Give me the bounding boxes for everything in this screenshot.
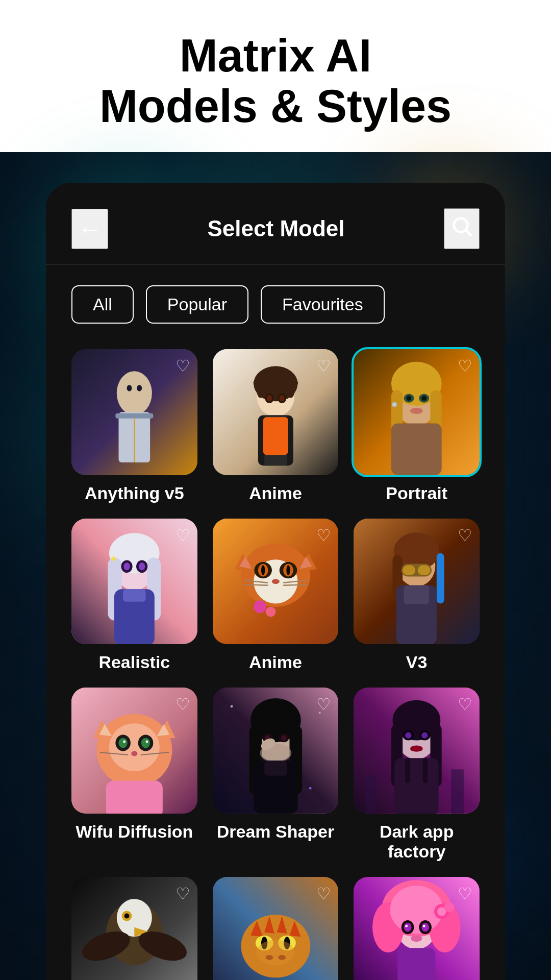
search-button[interactable]	[444, 208, 480, 249]
heart-dream-shaper[interactable]: ♡	[316, 695, 331, 714]
svg-point-30	[422, 396, 427, 401]
svg-point-159	[411, 936, 422, 942]
heart-wifu[interactable]: ♡	[176, 695, 190, 714]
heart-portrait[interactable]: ♡	[458, 356, 472, 376]
model-item-dream-shaper[interactable]: ♡ Dream Shaper	[213, 688, 339, 862]
svg-point-32	[410, 408, 423, 414]
svg-rect-72	[403, 565, 416, 575]
svg-point-65	[265, 606, 276, 617]
model-item-pink-char[interactable]: ♡	[354, 877, 480, 980]
svg-point-103	[281, 736, 286, 741]
svg-point-64	[254, 600, 266, 613]
model-item-anime-2[interactable]: ♡ Anime	[213, 519, 339, 673]
svg-rect-73	[418, 565, 431, 575]
model-label-wifu: Wifu Diffusion	[76, 822, 193, 842]
model-item-dark-app-factory[interactable]: ♡ Dark app factory	[354, 688, 480, 862]
svg-point-86	[141, 738, 150, 748]
model-thumb-realistic: ✦ ♡	[71, 519, 197, 645]
search-icon	[450, 214, 473, 238]
model-item-anything-v5[interactable]: ♡ Anything v5	[71, 349, 197, 503]
svg-rect-94	[106, 781, 163, 814]
svg-point-89	[131, 751, 137, 756]
heart-realistic[interactable]: ♡	[176, 526, 190, 545]
svg-point-58	[286, 565, 290, 575]
model-thumb-anime-2: ♡	[213, 519, 339, 645]
model-item-eagle[interactable]: ♡	[71, 877, 197, 980]
page-header: Matrix AI Models & Styles	[0, 0, 551, 152]
svg-point-156	[422, 923, 430, 932]
svg-point-162	[444, 902, 455, 912]
model-grid: ♡ Anything v5	[46, 329, 505, 980]
model-thumb-portrait: ♡	[354, 349, 480, 475]
heart-pink-char[interactable]: ♡	[458, 884, 472, 903]
filter-tabs: All Popular Favourites	[46, 265, 505, 329]
svg-point-18	[279, 395, 284, 401]
svg-line-63	[283, 584, 307, 585]
model-item-anime-1[interactable]: ♡ Anime	[213, 349, 339, 503]
model-item-v3[interactable]: ♡ V3	[354, 519, 480, 673]
nav-bar: ← Select Model	[46, 183, 505, 265]
svg-rect-122	[405, 758, 410, 783]
svg-text:✦: ✦	[109, 553, 118, 565]
svg-rect-107	[264, 761, 287, 776]
filter-favourites[interactable]: Favourites	[261, 285, 385, 324]
svg-point-42	[139, 562, 145, 570]
heart-dark-app[interactable]: ♡	[458, 695, 472, 714]
model-item-realistic[interactable]: ✦ ♡ Realistic	[71, 519, 197, 673]
heart-anything-v5[interactable]: ♡	[176, 356, 190, 376]
heart-v3[interactable]: ♡	[458, 526, 472, 545]
svg-point-118	[405, 732, 411, 739]
filter-all[interactable]: All	[71, 285, 134, 324]
model-thumb-dragon: ♡	[213, 877, 339, 980]
svg-point-120	[410, 746, 423, 752]
model-thumb-v3: ♡	[354, 519, 480, 645]
model-thumb-dream-shaper: ♡	[213, 688, 339, 814]
model-label-anime-1: Anime	[249, 483, 302, 503]
svg-point-157	[405, 925, 408, 927]
svg-point-146	[257, 940, 294, 965]
svg-rect-8	[115, 413, 153, 419]
model-thumb-dark-app: ♡	[354, 688, 480, 814]
svg-point-29	[407, 396, 412, 401]
svg-point-131	[124, 914, 130, 919]
model-label-v3: V3	[406, 652, 428, 672]
model-thumb-wifu: ♡	[71, 688, 197, 814]
back-button[interactable]: ←	[71, 209, 108, 249]
svg-rect-124	[366, 776, 376, 814]
nav-title: Select Model	[208, 216, 345, 241]
model-item-wifu-diffusion[interactable]: ♡ Wifu Diffusion	[71, 688, 197, 862]
filter-popular[interactable]: Popular	[146, 285, 248, 324]
svg-rect-121	[394, 758, 438, 814]
model-label-dream-shaper: Dream Shaper	[217, 822, 335, 842]
model-thumb-anime-1: ♡	[213, 349, 339, 475]
model-label-portrait: Portrait	[386, 483, 447, 503]
svg-point-119	[422, 732, 428, 739]
svg-point-17	[267, 395, 272, 401]
model-item-dragon[interactable]: ♡	[213, 877, 339, 980]
svg-point-7	[137, 385, 142, 391]
model-thumb-anything-v5: ♡	[71, 349, 197, 475]
svg-rect-123	[423, 758, 428, 783]
model-label-anything-v5: Anything v5	[85, 483, 184, 503]
svg-point-108	[230, 705, 233, 708]
model-thumb-eagle: ♡	[71, 877, 197, 980]
svg-rect-21	[263, 417, 288, 455]
svg-point-110	[309, 787, 311, 790]
heart-dragon[interactable]: ♡	[316, 884, 331, 903]
svg-point-87	[123, 741, 126, 743]
model-label-dark-app: Dark app factory	[354, 822, 480, 862]
heart-eagle[interactable]: ♡	[176, 884, 190, 903]
svg-point-6	[127, 385, 132, 391]
model-label-anime-2: Anime	[249, 652, 302, 672]
svg-point-88	[146, 741, 148, 743]
model-item-portrait[interactable]: ♡ Portrait	[354, 349, 480, 503]
svg-point-57	[261, 565, 265, 575]
heart-anime-1[interactable]: ♡	[316, 356, 331, 376]
svg-point-31	[392, 402, 397, 407]
model-thumb-pink-char: ♡	[354, 877, 480, 980]
app-background: ← Select Model All Popular Favourites	[0, 152, 551, 980]
heart-anime-2[interactable]: ♡	[316, 526, 331, 545]
svg-line-61	[244, 584, 268, 585]
svg-point-0	[454, 218, 468, 232]
svg-rect-163	[398, 948, 436, 980]
